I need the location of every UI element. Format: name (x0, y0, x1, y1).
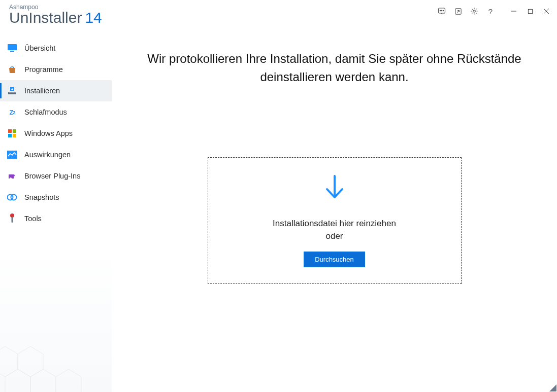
sidebar-item-label: Snapshots (24, 193, 59, 201)
svg-point-17 (11, 195, 17, 200)
sidebar-item-sleep[interactable]: Zz Schlafmodus (0, 101, 112, 123)
sidebar-item-label: Browser Plug-Ins (24, 172, 80, 180)
sidebar-item-label: Tools (24, 215, 42, 223)
drop-zone[interactable]: Installationsdatei hier reinziehen oder … (208, 157, 462, 284)
svg-rect-8 (10, 51, 14, 52)
sidebar-item-label: Installieren (24, 87, 60, 95)
svg-marker-25 (0, 346, 18, 377)
gear-icon[interactable] (467, 4, 482, 18)
sidebar-item-tools[interactable]: Tools (0, 208, 112, 229)
install-icon (7, 86, 17, 96)
bag-icon (7, 64, 17, 75)
app-brand: Ashampoo UnInstaller 14 (9, 4, 102, 25)
plugin-icon (7, 171, 17, 181)
sidebar-item-programs[interactable]: Programme (0, 59, 112, 80)
svg-rect-14 (13, 134, 16, 137)
app-body: Übersicht Programme Installieren Zz Schl… (0, 31, 557, 392)
resize-grip[interactable] (549, 384, 556, 391)
svg-marker-20 (5, 369, 30, 392)
svg-marker-22 (18, 346, 43, 377)
svg-rect-11 (8, 129, 12, 133)
svg-marker-21 (30, 369, 56, 392)
feedback-icon[interactable] (434, 4, 449, 18)
svg-rect-19 (12, 217, 13, 223)
browse-button[interactable]: Durchsuchen (304, 252, 365, 267)
sidebar-item-plugins[interactable]: Browser Plug-Ins (0, 165, 112, 187)
sidebar-item-overview[interactable]: Übersicht (0, 38, 112, 59)
windows-icon (7, 128, 17, 138)
help-icon[interactable]: ? (483, 4, 498, 18)
svg-marker-23 (56, 369, 81, 392)
svg-point-5 (473, 10, 475, 12)
svg-point-3 (443, 10, 443, 11)
sidebar-item-label: Auswirkungen (24, 151, 71, 159)
sidebar-item-label: Windows Apps (24, 129, 73, 137)
snapshots-icon (7, 192, 17, 202)
svg-rect-6 (528, 9, 532, 13)
svg-point-1 (440, 10, 440, 11)
close-button[interactable] (539, 4, 554, 18)
dropzone-line2: oder (325, 231, 343, 241)
sidebar-item-label: Schlafmodus (24, 108, 67, 116)
brand-version: 14 (85, 10, 102, 26)
monitor-icon (7, 43, 17, 53)
page-headline: Wir protokollieren Ihre Installation, da… (126, 50, 543, 86)
share-icon[interactable] (450, 4, 466, 18)
svg-rect-7 (8, 44, 17, 50)
sidebar-item-label: Übersicht (24, 44, 55, 52)
svg-point-2 (441, 10, 442, 11)
brand-product-line: UnInstaller 14 (9, 10, 102, 26)
svg-rect-12 (13, 129, 16, 133)
hexagon-decoration (0, 326, 122, 392)
main-content: Wir protokollieren Ihre Installation, da… (112, 31, 557, 392)
sidebar-item-label: Programme (24, 65, 63, 74)
minimize-button[interactable] (506, 4, 521, 18)
sidebar-item-install[interactable]: Installieren (0, 80, 112, 101)
tools-icon (7, 213, 17, 224)
brand-product: UnInstaller (9, 10, 82, 26)
window-controls: ? (434, 4, 554, 18)
sidebar-item-winapps[interactable]: Windows Apps (0, 123, 112, 144)
sidebar-item-impact[interactable]: Auswirkungen (0, 144, 112, 165)
maximize-button[interactable] (522, 4, 538, 18)
title-bar: Ashampoo UnInstaller 14 (0, 0, 557, 31)
dropzone-text: Installationsdatei hier reinziehen oder (273, 218, 396, 242)
svg-rect-9 (8, 92, 16, 94)
svg-rect-13 (8, 134, 12, 137)
sidebar: Übersicht Programme Installieren Zz Schl… (0, 31, 112, 392)
sleep-icon: Zz (7, 107, 17, 117)
arrow-down-icon (324, 174, 345, 202)
dropzone-line1: Installationsdatei hier reinziehen (273, 219, 396, 228)
sidebar-item-snapshots[interactable]: Snapshots (0, 187, 112, 208)
svg-rect-10 (9, 92, 16, 93)
impact-icon (7, 150, 17, 160)
